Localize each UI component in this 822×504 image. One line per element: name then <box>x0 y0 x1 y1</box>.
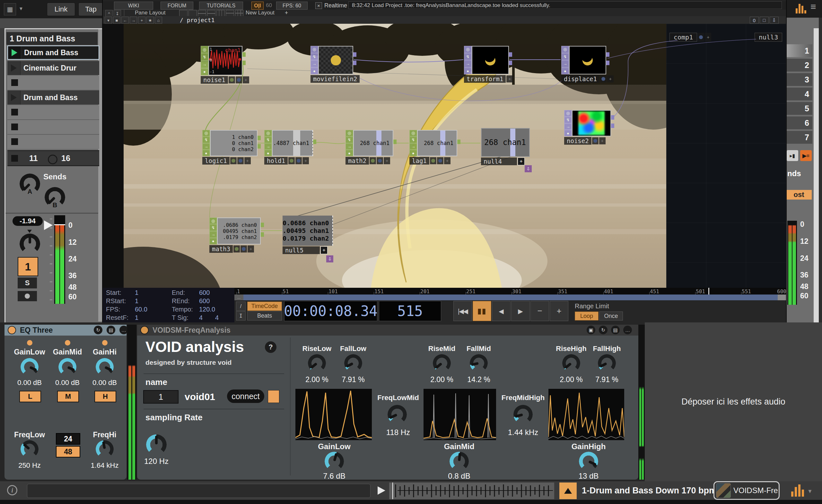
network-path[interactable]: / project1 <box>180 17 215 23</box>
clip-stop-icon[interactable] <box>11 155 18 162</box>
voidsm-gainhigh-knob[interactable] <box>579 452 598 471</box>
grid-icon[interactable]: ▦ <box>4 3 16 15</box>
new-layout-label[interactable]: New Layout <box>246 10 275 16</box>
window-icon[interactable]: □ <box>760 17 769 24</box>
tap-button[interactable]: Tap <box>78 3 103 16</box>
map-dot[interactable] <box>65 340 70 346</box>
loop-button[interactable]: Loop <box>575 312 598 320</box>
add-icon[interactable]: + <box>138 17 145 24</box>
voidsm-header[interactable]: VOIDSM-FreqAnalysis ▣ ↻ ▤ … <box>137 325 638 336</box>
zero-badge[interactable]: 0 <box>750 17 759 24</box>
clip-slot[interactable]: Cinematic Drur <box>7 61 99 75</box>
node-name[interactable]: hold1 <box>264 157 288 165</box>
pane-layout-presets[interactable] <box>179 10 244 17</box>
connect-button[interactable]: connect <box>227 389 264 403</box>
freqhi-value[interactable]: 1.64 kHz <box>85 461 124 470</box>
timeline-ruler[interactable]: 1 51 101 151 201 251 301 351 401 451 501… <box>235 288 786 295</box>
node-flags[interactable]: ◎↯→● <box>202 130 210 156</box>
node-null4[interactable]: 268 chan1 null4 + ⇩ <box>481 128 530 157</box>
eq-three-header[interactable]: EQ Three ↻ ▤ … <box>4 325 126 336</box>
forward-icon[interactable]: → <box>130 17 137 24</box>
clip-slot[interactable]: Drum and Bass <box>7 90 99 105</box>
info-value[interactable]: 120.0 <box>199 306 215 313</box>
node-moviefilein2[interactable]: ◎↯→● moviefilein2 <box>311 46 353 74</box>
scrollbar[interactable] <box>814 28 819 322</box>
circle-icon[interactable] <box>48 155 57 164</box>
info-value[interactable]: 1 <box>135 314 138 321</box>
realtime-checkbox[interactable]: × <box>315 2 322 9</box>
node-flags[interactable]: ◎↯→● <box>264 130 272 156</box>
clip-slot-numbers[interactable]: 11 16 <box>7 150 99 166</box>
info-value[interactable]: 600 <box>199 289 210 296</box>
post-button-trunc[interactable]: ost <box>786 190 812 200</box>
output-levels-icon[interactable] <box>791 484 804 497</box>
node-flags[interactable]: ◎↯→● <box>564 110 572 136</box>
node-noise2[interactable]: ◎↯→● noise2+ <box>564 110 611 136</box>
chevron-down-icon[interactable]: ▼ <box>19 6 23 11</box>
freqhi-knob[interactable] <box>96 440 114 458</box>
fallhigh-value[interactable]: 7.91 % <box>589 375 625 384</box>
clip-slot-playing[interactable]: Drum and Bass <box>7 46 99 60</box>
out-connector[interactable] <box>261 223 264 227</box>
range-bar[interactable]: … <box>235 295 786 300</box>
device-activator[interactable] <box>8 326 16 334</box>
name-number-field[interactable]: 1 <box>143 390 178 404</box>
freqlow-value[interactable]: 250 Hz <box>10 461 49 470</box>
more-options-icon[interactable]: … <box>119 326 128 334</box>
info-value[interactable]: 600 <box>199 297 210 305</box>
viewer-arrow-icon[interactable]: ⇩ <box>326 255 333 262</box>
scene-4[interactable]: 4 <box>787 88 812 100</box>
node-name[interactable]: math3 <box>210 245 233 253</box>
arrow-down-icon[interactable]: ⇩ <box>770 17 779 24</box>
gainlow-knob[interactable] <box>21 358 39 376</box>
voidsm-gainmid-value[interactable]: 0.8 dB <box>440 472 478 481</box>
stop-icon[interactable]: ■ <box>113 17 120 24</box>
solo-button[interactable]: S <box>18 278 37 288</box>
gainhi-value[interactable]: 0.00 dB <box>85 379 124 387</box>
chevron-down-icon[interactable]: ▼ <box>807 488 813 495</box>
map-dot[interactable] <box>102 340 107 346</box>
risemid-value[interactable]: 2.00 % <box>424 375 459 384</box>
falllow-knob[interactable] <box>344 354 362 372</box>
step-back-button[interactable]: ◀ <box>492 301 510 321</box>
node-flags[interactable]: ◎↯→● <box>346 130 353 156</box>
riselow-knob[interactable] <box>308 354 326 372</box>
forum-button[interactable]: FORUM <box>160 2 193 10</box>
risemid-knob[interactable] <box>433 354 451 372</box>
node-noise1[interactable]: ◎↯→● chan1 1 0 -1 noise1 + <box>201 46 243 75</box>
frame-mode-slash[interactable]: / <box>236 302 246 311</box>
jump-start-button[interactable]: |◀◀ <box>453 301 472 321</box>
browser-item-title[interactable]: 1-Drum and Bass Down 170 bpm <box>582 481 717 500</box>
out-connector[interactable] <box>457 140 460 144</box>
out-connector[interactable] <box>606 61 609 65</box>
link-button[interactable]: Link <box>47 3 75 16</box>
out-connector[interactable] <box>353 52 356 57</box>
scene-5[interactable]: 5 <box>787 102 812 115</box>
once-button[interactable]: Once <box>599 312 623 320</box>
gainhi-knob[interactable] <box>96 358 114 376</box>
new-layout-plus[interactable]: + <box>283 10 290 16</box>
levels-icon[interactable] <box>796 4 806 13</box>
freqlow-knob[interactable] <box>21 440 39 458</box>
fps-display[interactable]: FPS: 60 <box>276 2 308 10</box>
home-icon[interactable]: ⌂ <box>155 17 162 24</box>
scene-7[interactable]: 7 <box>787 131 812 144</box>
more-options-icon[interactable]: … <box>623 326 632 334</box>
node-flags[interactable]: ◎↯→● <box>464 46 472 74</box>
step-forward-button[interactable]: ▶ <box>511 301 530 321</box>
node-transform1[interactable]: ◎↯→● transform1+ <box>464 46 509 74</box>
volume-display[interactable]: -1.94 <box>13 216 43 226</box>
track-title[interactable]: 1 Drum and Bass <box>6 32 98 45</box>
beats-mode-button[interactable]: Beats <box>247 311 282 320</box>
device-chooser[interactable]: VOIDSM-Fre <box>714 481 780 500</box>
node-name[interactable]: lag1 <box>409 157 429 165</box>
out-connector[interactable] <box>258 144 261 149</box>
save-preset-icon[interactable]: ▤ <box>107 326 115 334</box>
node-lag1[interactable]: ◎↯→● 268 chan1 lag1 + <box>409 130 457 156</box>
clip-stop-icon[interactable] <box>11 79 18 86</box>
clip-play-icon[interactable] <box>7 61 21 75</box>
band-m-button[interactable]: M <box>57 391 79 402</box>
out-connector[interactable] <box>611 115 614 120</box>
clip-slot-empty[interactable] <box>7 135 99 149</box>
node-null5[interactable]: 0.0686 chan0 .00495 chan1 0.0179 chan2 n… <box>283 216 331 246</box>
